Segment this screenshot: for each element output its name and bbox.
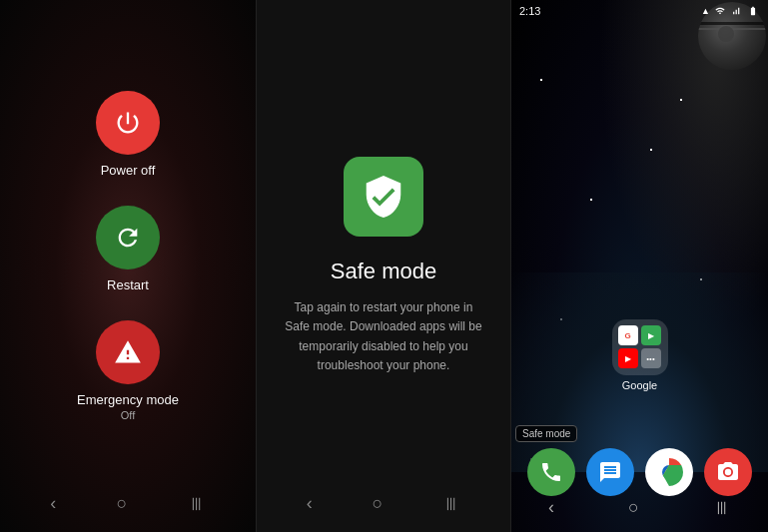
- home-button-p3[interactable]: ○: [618, 491, 649, 524]
- home-button[interactable]: ○: [107, 487, 138, 520]
- phone-icon: [539, 460, 563, 484]
- panel-power-menu: Power off Restart Emergency mode Off ‹ ○…: [0, 0, 256, 532]
- more-apps-icon: •••: [641, 348, 661, 368]
- panel-safe-mode: Safe mode Tap again to restart your phon…: [256, 0, 511, 532]
- back-button[interactable]: ‹: [40, 487, 66, 520]
- app-dock: [511, 448, 768, 496]
- home-button-p2[interactable]: ○: [363, 487, 393, 520]
- svg-point-2: [725, 469, 731, 475]
- restart-icon: [114, 224, 142, 252]
- google-folder-icon[interactable]: G ▶ ▶ •••: [612, 319, 668, 375]
- safe-mode-icon-container[interactable]: [344, 157, 423, 237]
- camera-dock-icon[interactable]: [704, 448, 752, 496]
- wifi-icon: [714, 6, 726, 16]
- emergency-mode-item[interactable]: Emergency mode Off: [77, 320, 179, 421]
- status-bar: 2:13 ▲: [511, 0, 768, 22]
- recents-button[interactable]: ⫼: [178, 487, 216, 520]
- back-button-p3[interactable]: ‹: [538, 491, 564, 524]
- google-folder[interactable]: G ▶ ▶ ••• Google: [612, 319, 668, 391]
- restart-button[interactable]: [96, 206, 160, 269]
- restart-label: Restart: [107, 277, 149, 292]
- safe-mode-title: Safe mode: [331, 259, 436, 284]
- panel-home-screen: 2:13 ▲ G ▶ ▶ ••• Google Safe mode: [511, 0, 768, 532]
- restart-item[interactable]: Restart: [96, 206, 160, 292]
- status-time: 2:13: [519, 5, 540, 17]
- shield-check-icon: [361, 174, 406, 220]
- panel1-nav-bar: ‹ ○ ⫼: [0, 487, 256, 520]
- recents-button-p2[interactable]: ⫼: [432, 487, 470, 520]
- google-folder-label: Google: [622, 379, 657, 391]
- youtube-app-icon: ▶: [618, 348, 638, 368]
- power-off-button[interactable]: [96, 91, 160, 155]
- chrome-dock-icon[interactable]: [645, 448, 693, 496]
- emergency-icon: [114, 338, 142, 366]
- phone-dock-icon[interactable]: [527, 448, 575, 496]
- safe-mode-description: Tap again to restart your phone in Safe …: [257, 298, 510, 375]
- panel2-nav-bar: ‹ ○ ⫼: [257, 487, 510, 520]
- back-button-p2[interactable]: ‹: [297, 487, 323, 520]
- status-icons: ▲: [701, 6, 760, 16]
- emergency-mode-sublabel: Off: [121, 409, 135, 421]
- maps-app-icon: ▶: [641, 325, 661, 345]
- battery-icon: [746, 6, 760, 16]
- power-icon: [114, 109, 142, 137]
- triangle-indicator-icon: ▲: [701, 6, 710, 16]
- power-off-item[interactable]: Power off: [96, 91, 160, 178]
- panel3-nav-bar: ‹ ○ ⫼: [511, 491, 768, 524]
- power-off-label: Power off: [101, 163, 156, 178]
- messages-dock-icon[interactable]: [586, 448, 634, 496]
- recents-button-p3[interactable]: ⫼: [703, 491, 741, 524]
- power-menu-buttons: Power off Restart Emergency mode Off: [77, 91, 179, 421]
- messages-icon: [598, 460, 622, 484]
- emergency-mode-button[interactable]: [96, 320, 160, 384]
- chrome-icon: [655, 458, 683, 486]
- camera-icon: [716, 460, 740, 484]
- gmail-app-icon: G: [618, 325, 638, 345]
- signal-icon: [730, 6, 742, 16]
- emergency-mode-label: Emergency mode: [77, 392, 179, 407]
- safe-mode-badge: Safe mode: [515, 425, 577, 442]
